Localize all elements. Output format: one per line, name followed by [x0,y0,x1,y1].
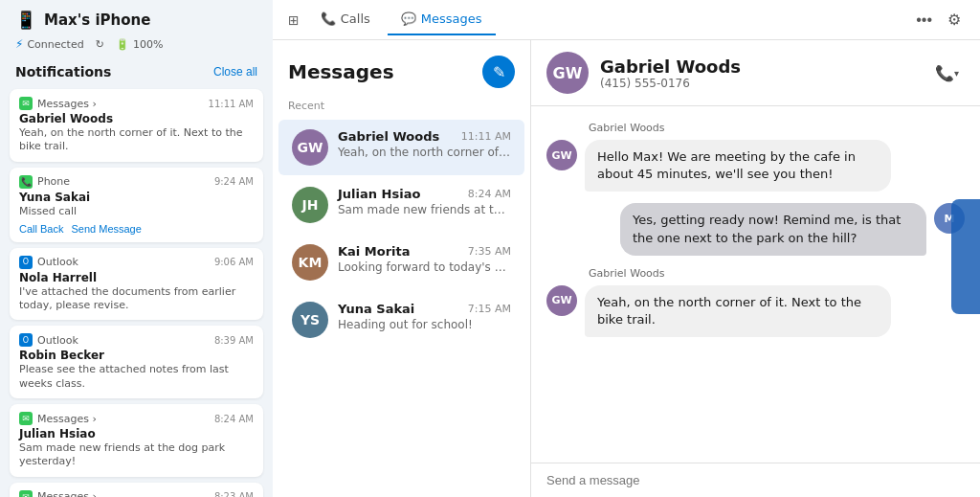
app-wrapper: 📱 Max's iPhone ⚡ Connected ↻ 🔋 100% Noti… [0,0,980,497]
messages-list: GW Gabriel Woods 11:11 AM Yeah, on the n… [273,118,530,497]
call-back-button[interactable]: Call Back [19,223,63,235]
message-info: Kai Morita 7:35 AM Looking forward to to… [338,244,511,274]
message-preview: Heading out for school! [338,318,511,331]
messages-panel-header: Messages ✎ [273,40,530,96]
chat-panel: GW Gabriel Woods (415) 555-0176 📞 ▾ [531,40,980,497]
tab-calls-label: Calls [341,11,370,26]
chat-bubble: Yeah, on the north corner of it. Next to… [585,285,891,337]
notif-app-label: ✉ Messages › [19,412,97,425]
chat-input-area [531,463,980,497]
messages-panel-title: Messages [288,60,394,83]
message-sender-name: Gabriel Woods [338,129,439,144]
bluetooth-status: ⚡ Connected [15,37,84,51]
message-list-item[interactable]: KM Kai Morita 7:35 AM Looking forward to… [278,235,524,290]
sidebar: 📱 Max's iPhone ⚡ Connected ↻ 🔋 100% Noti… [0,0,273,497]
notif-app-label: O Outlook [19,333,78,347]
more-options-button[interactable]: ••• [912,8,936,33]
message-time: 7:35 AM [468,245,511,258]
notification-item: ✉ Messages › 8:23 AM [10,483,263,497]
content-area: Messages ✎ Recent GW Gabriel Woods 11:11… [273,40,980,497]
notifications-list: ✉ Messages › 11:11 AM Gabriel Woods Yeah… [0,85,273,497]
notif-preview: Missed call [19,205,254,218]
notif-app-name: Messages › [37,490,97,497]
message-sender-name: Kai Morita [338,244,411,259]
message-top: Gabriel Woods 11:11 AM [338,129,511,144]
settings-icon: ⚙ [947,11,961,29]
notif-app-label: O Outlook [19,256,78,269]
chat-sender-label: Gabriel Woods [546,122,965,134]
notif-actions: Call Back Send Message [19,223,254,235]
chat-message-avatar: GW [546,285,577,316]
notif-app-name: Messages › [37,413,97,425]
notif-sender: Nola Harrell [19,271,254,284]
messages-app-icon: ✉ [19,97,33,110]
message-top: Yuna Sakai 7:15 AM [338,302,511,316]
chat-bubble: Hello Max! We are meeting by the cafe in… [585,140,891,192]
bluetooth-icon: ⚡ [15,37,23,51]
message-time: 11:11 AM [461,130,511,143]
call-button[interactable]: 📞 ▾ [929,58,965,88]
notif-preview: Sam made new friends at the dog park yes… [19,441,254,469]
message-list-item[interactable]: JH Julian Hsiao 8:24 AM Sam made new fri… [278,177,524,233]
compose-button[interactable]: ✎ [482,56,515,88]
message-sender-name: Yuna Sakai [338,302,414,316]
message-list-item[interactable]: YS Yuna Sakai 7:15 AM Heading out for sc… [278,292,524,348]
notif-time: 9:06 AM [214,257,254,267]
message-time: 8:24 AM [468,188,511,200]
notifications-title: Notifications [15,64,111,79]
notif-preview: I've attached the documents from earlier… [19,285,254,313]
avatar: YS [292,302,328,338]
topbar: ⊞ 📞 Calls 💬 Messages ••• ⚙ [273,0,980,40]
calls-icon: 📞 [321,11,336,26]
chat-message-row: GW Hello Max! We are meeting by the cafe… [546,140,965,192]
notif-time: 9:24 AM [214,176,254,187]
avatar: GW [292,129,328,166]
message-info: Julian Hsiao 8:24 AM Sam made new friend… [338,187,511,216]
close-all-button[interactable]: Close all [213,65,257,79]
notif-time: 11:11 AM [209,99,254,109]
notif-header: O Outlook 8:39 AM [19,333,254,347]
message-info: Yuna Sakai 7:15 AM Heading out for schoo… [338,302,511,331]
call-icon: 📞 [935,64,954,82]
message-input[interactable] [546,473,965,487]
tab-calls[interactable]: 📞 Calls [307,4,384,35]
phone-icon: 📱 [15,10,36,30]
message-top: Kai Morita 7:35 AM [338,244,511,259]
tab-messages[interactable]: 💬 Messages [388,4,496,35]
bluetooth-label: Connected [27,38,83,51]
sync-status: ↻ [96,38,104,51]
notif-time: 8:24 AM [214,414,254,424]
chat-header-actions: 📞 ▾ [929,58,965,88]
notif-header: 📞 Phone 9:24 AM [19,175,254,189]
notif-time: 8:23 AM [214,491,254,497]
notification-item: ✉ Messages › 11:11 AM Gabriel Woods Yeah… [10,89,263,162]
notif-header: O Outlook 9:06 AM [19,256,254,269]
notif-app-name: Outlook [37,334,78,347]
notif-app-label: 📞 Phone [19,175,70,189]
notif-app-name: Outlook [37,256,78,268]
messages-section-label: Recent [273,96,530,118]
messages-app-icon: ✉ [19,412,33,425]
chat-message-group: Gabriel Woods GW Yeah, on the north corn… [546,267,965,337]
outlook-app-icon: O [19,333,33,347]
settings-button[interactable]: ⚙ [944,7,965,33]
notif-time: 8:39 AM [214,335,254,346]
notif-sender: Gabriel Woods [19,112,254,125]
battery-icon: 🔋 [116,38,129,51]
topbar-actions: ••• ⚙ [912,7,965,33]
notif-header: ✉ Messages › 11:11 AM [19,97,254,110]
notif-app-name: Messages › [37,98,97,110]
notif-sender: Robin Becker [19,349,254,362]
sidebar-title: Max's iPhone [44,11,150,29]
notif-header: ✉ Messages › 8:24 AM [19,412,254,425]
message-preview: Yeah, on the north corner of it. Next to… [338,146,511,159]
main-content: ⊞ 📞 Calls 💬 Messages ••• ⚙ [273,0,980,497]
nav-tabs: 📞 Calls 💬 Messages [307,4,912,35]
tab-messages-label: Messages [421,11,482,26]
notification-item: O Outlook 8:39 AM Robin Becker Please se… [10,326,263,398]
message-list-item[interactable]: GW Gabriel Woods 11:11 AM Yeah, on the n… [278,120,524,175]
chat-contact-details: Gabriel Woods (415) 555-0176 [600,56,741,90]
chat-header-info: GW Gabriel Woods (415) 555-0176 [546,52,741,94]
avatar: JH [292,187,328,223]
send-message-button[interactable]: Send Message [71,223,141,235]
